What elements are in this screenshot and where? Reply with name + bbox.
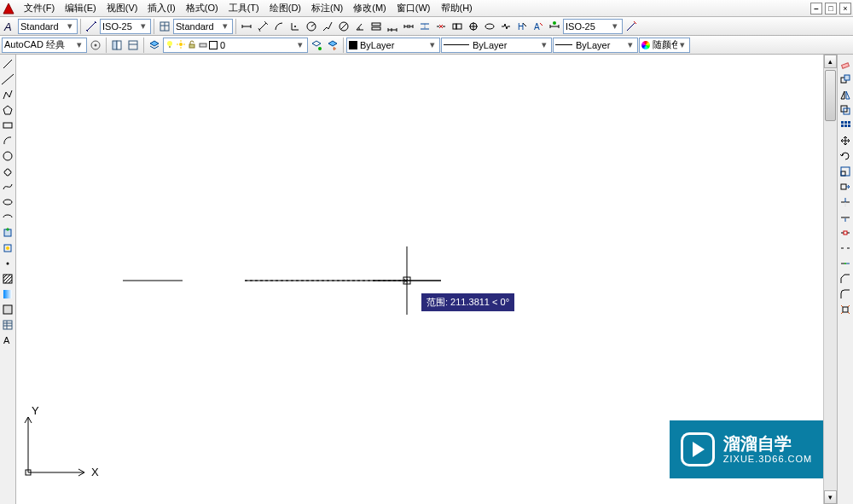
explode-icon[interactable] [838, 302, 852, 316]
dim-jogged-icon[interactable] [320, 19, 335, 34]
break-icon[interactable] [838, 240, 852, 255]
dim-break-icon[interactable] [433, 19, 449, 34]
copy-icon[interactable] [838, 72, 852, 86]
dim-linear-icon[interactable] [239, 19, 254, 34]
play-icon [681, 432, 715, 466]
dim-angular-icon[interactable] [352, 19, 368, 34]
trim-icon[interactable] [838, 194, 852, 209]
dim-arc-icon[interactable] [271, 19, 287, 34]
dim-continue-icon[interactable] [401, 19, 416, 34]
workspace-dropdown[interactable]: AutoCAD 经典▾ [2, 38, 87, 53]
minimize-button[interactable]: ‒ [810, 3, 822, 14]
plotstyle-dropdown[interactable]: 随颜色▾ [639, 38, 690, 53]
menu-format[interactable]: 格式(O) [181, 0, 223, 16]
region-icon[interactable] [0, 302, 15, 316]
dimstyle2-dropdown[interactable]: ISO-25▾ [563, 19, 623, 34]
inspect-icon[interactable] [482, 19, 497, 34]
arc-icon[interactable] [0, 133, 15, 148]
join-icon[interactable] [838, 256, 852, 270]
textstyle-icon[interactable]: A [2, 19, 17, 34]
circle-icon[interactable] [0, 148, 15, 163]
layer-previous-icon[interactable] [325, 38, 340, 53]
dim-baseline-icon[interactable] [385, 19, 400, 34]
point-icon[interactable] [0, 256, 15, 270]
tolerance-icon[interactable] [450, 19, 465, 34]
stretch-icon[interactable] [838, 179, 852, 194]
menu-help[interactable]: 帮助(H) [436, 0, 478, 16]
ellipse-icon[interactable] [0, 194, 15, 209]
xline-icon[interactable] [0, 72, 15, 86]
dimstyle-icon[interactable] [84, 19, 99, 34]
menu-window[interactable]: 窗口(W) [392, 0, 436, 16]
scale-icon[interactable] [838, 164, 852, 178]
dim-space-icon[interactable] [417, 19, 432, 34]
hatch-icon[interactable] [0, 271, 15, 286]
close-button[interactable]: × [839, 3, 851, 14]
properties-icon[interactable] [125, 38, 141, 53]
menu-tools[interactable]: 工具(T) [223, 0, 264, 16]
chevron-down-icon: ▾ [539, 39, 549, 50]
scroll-thumb[interactable] [825, 70, 836, 121]
vertical-scrollbar[interactable]: ▴ ▾ [823, 55, 837, 504]
dim-radius-icon[interactable] [304, 19, 319, 34]
insert-block-icon[interactable] [0, 225, 15, 240]
array-icon[interactable] [838, 118, 852, 132]
dim-diameter-icon[interactable] [336, 19, 351, 34]
menu-insert[interactable]: 插入(I) [142, 0, 180, 16]
ellipse-arc-icon[interactable] [0, 210, 15, 224]
svg-line-82 [841, 305, 843, 307]
chevron-down-icon: ▾ [220, 20, 230, 32]
erase-icon[interactable] [838, 56, 852, 71]
offset-icon[interactable] [838, 102, 852, 117]
menu-dim[interactable]: 标注(N) [306, 0, 348, 16]
rotate-icon[interactable] [838, 148, 852, 163]
tablestyle-icon[interactable] [157, 19, 172, 34]
svg-point-26 [167, 41, 172, 46]
color-dropdown[interactable]: ByLayer▾ [346, 38, 440, 53]
toolpalettes-icon[interactable] [109, 38, 125, 53]
linetype-dropdown[interactable]: ByLayer▾ [441, 38, 552, 53]
menu-edit[interactable]: 编辑(E) [60, 0, 102, 16]
mtext-icon[interactable]: A [0, 333, 15, 347]
dim-ordinate-icon[interactable] [287, 19, 303, 34]
dim-tedit-icon[interactable]: A [531, 19, 546, 34]
workspace-settings-icon[interactable] [88, 38, 103, 53]
line-icon[interactable] [0, 56, 15, 71]
textstyle-dropdown[interactable]: Standard▾ [18, 19, 78, 34]
move-icon[interactable] [838, 133, 852, 148]
spline-icon[interactable] [0, 179, 15, 194]
layer-states-icon[interactable] [309, 38, 324, 53]
chamfer-icon[interactable] [838, 271, 852, 286]
tablestyle-dropdown[interactable]: Standard▾ [173, 19, 233, 34]
centermark-icon[interactable] [466, 19, 481, 34]
svg-rect-55 [844, 75, 850, 80]
lineweight-dropdown[interactable]: ByLayer▾ [553, 38, 638, 53]
dim-update-icon[interactable] [547, 19, 562, 34]
polygon-icon[interactable] [0, 102, 15, 117]
gradient-icon[interactable] [0, 287, 15, 301]
jog-line-icon[interactable] [498, 19, 514, 34]
mirror-icon[interactable] [838, 87, 852, 101]
menu-draw[interactable]: 绘图(D) [264, 0, 306, 16]
extend-icon[interactable] [838, 210, 852, 224]
restore-button[interactable]: □ [825, 3, 837, 14]
scroll-down-button[interactable]: ▾ [824, 490, 837, 504]
dim-edit-icon[interactable]: H [514, 19, 530, 34]
dim-aligned-icon[interactable] [255, 19, 270, 34]
table-icon[interactable] [0, 317, 15, 332]
scroll-up-button[interactable]: ▴ [824, 55, 837, 68]
dim-quick-icon[interactable] [368, 19, 384, 34]
menu-file[interactable]: 文件(F) [19, 0, 60, 16]
layer-dropdown[interactable]: 0 ▾ [163, 38, 308, 53]
menu-modify[interactable]: 修改(M) [348, 0, 392, 16]
fillet-icon[interactable] [838, 287, 852, 301]
revcloud-icon[interactable] [0, 164, 15, 178]
make-block-icon[interactable] [0, 240, 15, 255]
rectangle-icon[interactable] [0, 118, 15, 132]
dim-styleapply-icon[interactable] [624, 19, 639, 34]
polyline-icon[interactable] [0, 87, 15, 101]
menu-view[interactable]: 视图(V) [102, 0, 143, 16]
dimstyle-dropdown[interactable]: ISO-25▾ [100, 19, 151, 34]
layer-manager-icon[interactable] [147, 38, 162, 53]
break-point-icon[interactable] [838, 225, 852, 240]
